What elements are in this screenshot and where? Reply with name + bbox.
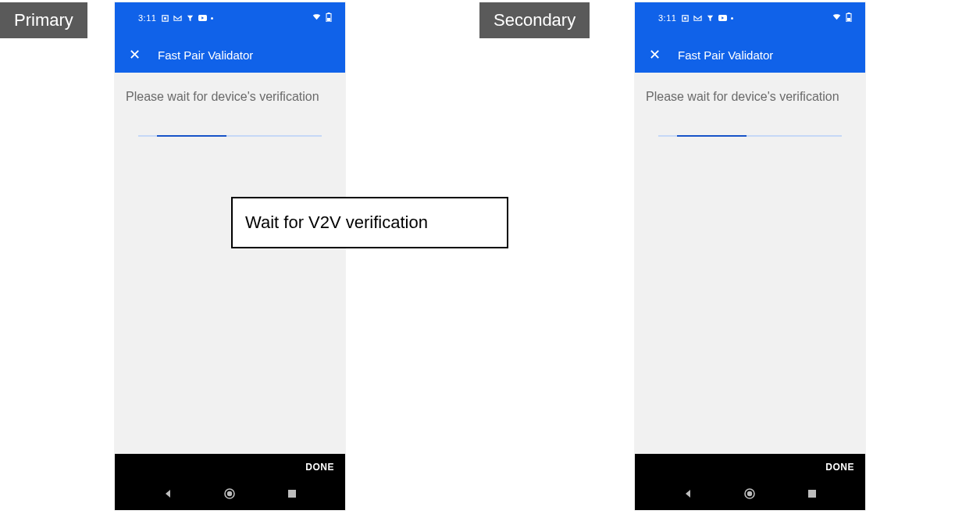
status-icons — [681, 14, 733, 23]
wifi-icon — [832, 12, 841, 21]
secondary-label: Secondary — [479, 2, 590, 38]
svg-rect-10 — [685, 17, 687, 20]
gmail-icon — [693, 14, 702, 23]
done-row: DONE — [115, 454, 345, 480]
hotspot-icon — [681, 14, 690, 23]
youtube-icon — [198, 14, 207, 23]
nav-recent-icon[interactable] — [804, 486, 820, 502]
done-row: DONE — [635, 454, 865, 480]
content-area: Please wait for device's verification — [115, 73, 345, 454]
callout-box: Wait for V2V verification — [231, 197, 508, 248]
status-icons — [161, 14, 213, 23]
done-button[interactable]: DONE — [825, 462, 854, 473]
app-title: Fast Pair Validator — [158, 48, 253, 62]
svg-rect-14 — [847, 18, 850, 21]
wait-message: Please wait for device's verification — [126, 88, 334, 105]
more-dot-icon — [731, 17, 733, 20]
status-bar: 3:11 — [635, 2, 865, 37]
status-time: 3:11 — [138, 13, 156, 23]
hotspot-icon — [161, 14, 169, 23]
svg-point-7 — [227, 491, 232, 496]
phone-primary: 3:11 ✕ Fast Pair Validator Please wait f… — [115, 2, 345, 510]
svg-rect-8 — [288, 490, 296, 498]
more-dot-icon — [211, 17, 213, 20]
svg-rect-17 — [808, 490, 816, 498]
svg-rect-5 — [327, 18, 330, 21]
status-left: 3:11 — [658, 13, 733, 23]
nav-back-icon[interactable] — [160, 486, 176, 502]
bottom-band: DONE — [635, 454, 865, 510]
battery-icon — [324, 12, 333, 21]
progress-bar — [138, 135, 322, 137]
content-area: Please wait for device's verification — [635, 73, 865, 454]
nav-bar — [635, 480, 865, 510]
gmail-icon — [173, 14, 182, 23]
progress-bar — [658, 135, 842, 137]
app-title: Fast Pair Validator — [678, 48, 773, 62]
status-bar: 3:11 — [115, 2, 345, 37]
nav-back-icon[interactable] — [680, 486, 696, 502]
wifi-icon — [312, 12, 321, 21]
status-right — [832, 12, 853, 21]
nav-home-icon[interactable] — [742, 486, 757, 502]
filter-icon — [186, 14, 194, 23]
status-right — [312, 12, 333, 21]
progress-indicator — [677, 135, 747, 137]
progress-indicator — [157, 135, 226, 137]
status-left: 3:11 — [138, 13, 213, 23]
app-bar: ✕ Fast Pair Validator — [635, 37, 865, 73]
app-bar: ✕ Fast Pair Validator — [115, 37, 345, 73]
wait-message: Please wait for device's verification — [646, 88, 854, 105]
close-icon[interactable]: ✕ — [126, 45, 144, 65]
svg-point-16 — [747, 491, 752, 496]
nav-recent-icon[interactable] — [284, 486, 300, 502]
close-icon[interactable]: ✕ — [646, 45, 664, 65]
youtube-icon — [718, 14, 727, 23]
phone-secondary: 3:11 ✕ Fast Pair Validator Please wait f… — [635, 2, 865, 510]
battery-icon — [844, 12, 853, 21]
filter-icon — [706, 14, 715, 23]
svg-rect-1 — [165, 17, 167, 20]
primary-label: Primary — [0, 2, 87, 38]
status-time: 3:11 — [658, 13, 676, 23]
nav-bar — [115, 480, 345, 510]
nav-home-icon[interactable] — [222, 486, 237, 502]
done-button[interactable]: DONE — [305, 462, 334, 473]
bottom-band: DONE — [115, 454, 345, 510]
